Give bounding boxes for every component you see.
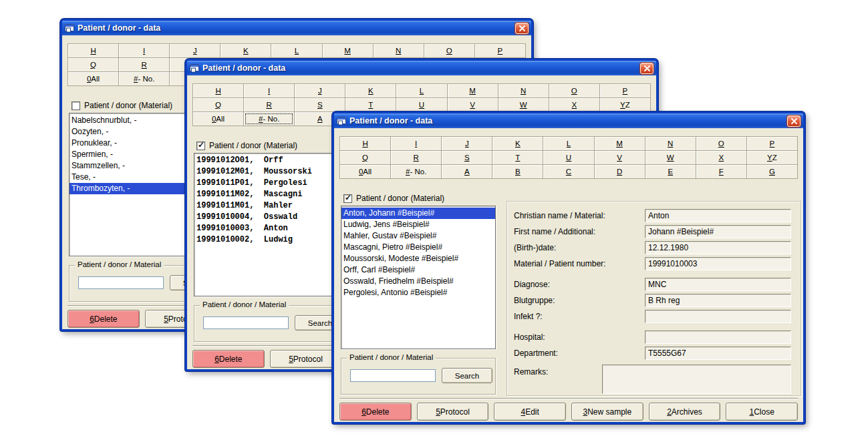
tab-l[interactable]: L <box>271 43 322 58</box>
tab-m[interactable]: M <box>447 83 498 98</box>
tab-s[interactable]: S <box>441 150 492 165</box>
tab-no[interactable]: # - No. <box>243 112 295 126</box>
tab-t[interactable]: T <box>345 97 396 112</box>
tab-i[interactable]: I <box>390 136 442 151</box>
first-name-input[interactable]: Johann #Beispiel# <box>645 225 791 238</box>
list-item[interactable]: 19991010004, Osswald <box>194 212 348 223</box>
tab-r[interactable]: R <box>390 150 442 165</box>
tab-r[interactable]: R <box>243 97 295 112</box>
infekt-input[interactable] <box>645 310 791 323</box>
list-item[interactable]: 19991012M01, Moussorski <box>194 166 348 178</box>
tab-a[interactable]: A <box>441 164 492 179</box>
list-item[interactable]: Moussorski, Modeste #Beispiel# <box>341 253 495 264</box>
tab-n[interactable]: N <box>373 43 424 58</box>
remarks-input[interactable] <box>602 365 791 394</box>
tab-h[interactable]: H <box>67 43 119 58</box>
list-item[interactable]: 19991010002, Ludwig <box>194 234 348 246</box>
list-item[interactable]: 19991011M02, Mascagni <box>194 189 348 200</box>
search-input[interactable] <box>350 369 436 382</box>
blutgruppe-input[interactable]: B Rh reg <box>645 294 791 307</box>
tab-i[interactable]: I <box>118 43 170 58</box>
hospital-input[interactable] <box>645 330 791 344</box>
tab-0-all[interactable]: 0 All <box>67 71 119 86</box>
search-input[interactable] <box>78 276 164 289</box>
material-number-input[interactable]: 19991010003 <box>645 257 791 270</box>
tab-0-all[interactable]: 0 All <box>339 164 391 179</box>
list-item[interactable]: Ludwig, Jens #Beispiel# <box>341 219 495 230</box>
tab-k[interactable]: K <box>345 83 396 98</box>
tab-m[interactable]: M <box>594 136 645 151</box>
tab-yz[interactable]: YZ <box>599 97 651 112</box>
list-item[interactable]: 19991012O01, Orff <box>194 155 348 166</box>
tab-t[interactable]: T <box>492 150 543 165</box>
tab-l[interactable]: L <box>396 83 447 98</box>
delete-button[interactable]: 6 Delete <box>192 350 265 368</box>
tab-no[interactable]: # - No. <box>390 164 442 179</box>
list-item[interactable]: Osswald, Friedhelm #Beispiel# <box>341 276 495 287</box>
tab-d[interactable]: D <box>594 164 645 179</box>
tab-b[interactable]: B <box>492 164 543 179</box>
tab-q[interactable]: Q <box>339 150 391 165</box>
list-item[interactable]: 19991011P01, Pergolesi <box>194 178 348 189</box>
tab-q[interactable]: Q <box>67 57 119 72</box>
new-sample-button[interactable]: 3 New sample <box>571 403 643 421</box>
list-item[interactable]: 19991010003, Anton <box>194 223 348 234</box>
christian-name-input[interactable]: Anton <box>645 209 791 222</box>
material-checkbox[interactable] <box>343 194 352 203</box>
tab-f[interactable]: F <box>696 164 747 179</box>
title-bar[interactable]: Patient / donor - data <box>62 21 531 35</box>
tab-s[interactable]: S <box>294 97 345 112</box>
tab-h[interactable]: H <box>339 136 391 151</box>
delete-button[interactable]: 6 Delete <box>339 403 412 421</box>
close-button[interactable] <box>640 63 654 74</box>
close-button[interactable]: 1 Close <box>726 403 798 421</box>
close-button[interactable] <box>515 23 529 34</box>
tab-p[interactable]: P <box>474 43 526 58</box>
tab-e[interactable]: E <box>645 164 696 179</box>
search-button[interactable]: Search <box>442 368 492 383</box>
title-bar[interactable]: Patient / donor - data <box>187 61 656 75</box>
tab-r[interactable]: R <box>118 57 170 72</box>
tab-o[interactable]: O <box>696 136 747 151</box>
close-button[interactable] <box>787 116 801 127</box>
tab-h[interactable]: H <box>192 83 244 98</box>
tab-x[interactable]: X <box>696 150 747 165</box>
tab-w[interactable]: W <box>498 97 549 112</box>
archives-button[interactable]: 2 Archives <box>649 403 721 421</box>
tab-k[interactable]: K <box>492 136 543 151</box>
tab-g[interactable]: G <box>746 164 798 179</box>
protocol-button[interactable]: 5 Protocol <box>270 350 342 368</box>
tab-u[interactable]: U <box>543 150 594 165</box>
tab-n[interactable]: N <box>498 83 549 98</box>
list-item[interactable]: Orff, Carl #Beispiel# <box>341 264 495 276</box>
tab-j[interactable]: J <box>294 83 345 98</box>
tab-j[interactable]: J <box>441 136 492 151</box>
tab-x[interactable]: X <box>549 97 600 112</box>
list-item[interactable]: Anton, Johann #Beispiel# <box>341 208 495 219</box>
tab-no[interactable]: # - No. <box>118 71 170 86</box>
list-item[interactable]: 19991011M01, Mahler <box>194 200 348 212</box>
tab-w[interactable]: W <box>645 150 696 165</box>
tab-q[interactable]: Q <box>192 97 244 112</box>
tab-i[interactable]: I <box>243 83 295 98</box>
tab-l[interactable]: L <box>543 136 594 151</box>
birth-date-input[interactable]: 12.12.1980 <box>645 241 791 254</box>
tab-v[interactable]: V <box>594 150 645 165</box>
diagnose-input[interactable]: MNC <box>645 278 791 291</box>
tab-m[interactable]: M <box>322 43 374 58</box>
tab-o[interactable]: O <box>424 43 475 58</box>
tab-yz[interactable]: YZ <box>746 150 798 165</box>
list-item[interactable]: Pergolesi, Antonio #Beispiel# <box>341 287 495 298</box>
tab-0-all[interactable]: 0 All <box>192 112 244 126</box>
tab-c[interactable]: C <box>543 164 594 179</box>
department-input[interactable]: T5555G67 <box>645 347 791 360</box>
list-item[interactable]: Mascagni, Pietro #Beispiel# <box>341 242 495 253</box>
material-checkbox[interactable] <box>196 142 205 150</box>
patient-list[interactable]: Anton, Johann #Beispiel#Ludwig, Jens #Be… <box>341 206 496 349</box>
tab-n[interactable]: N <box>645 136 696 151</box>
tab-p[interactable]: P <box>599 83 651 98</box>
tab-o[interactable]: O <box>549 83 600 98</box>
tab-u[interactable]: U <box>396 97 447 112</box>
tab-v[interactable]: V <box>447 97 498 112</box>
list-item[interactable]: Mahler, Gustav #Beispiel# <box>341 230 495 242</box>
